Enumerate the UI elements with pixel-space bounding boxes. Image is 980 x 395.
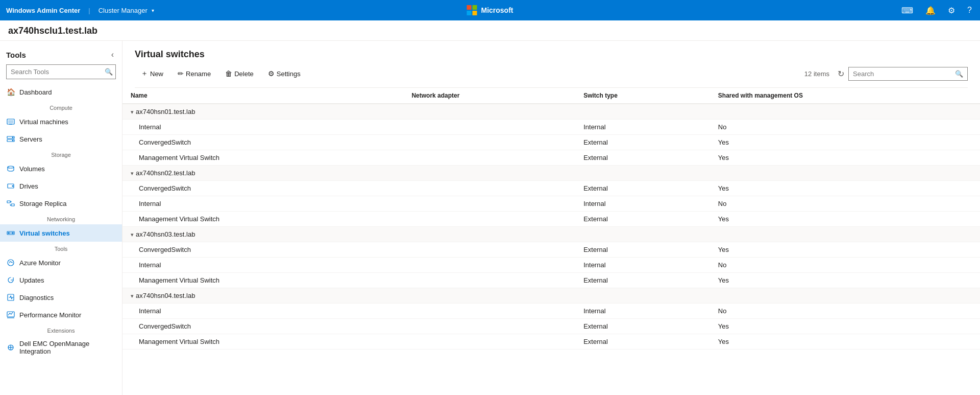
shared-management-os: Yes xyxy=(710,334,980,350)
help-icon: ? xyxy=(967,6,972,15)
switch-name: Management Virtual Switch xyxy=(122,273,403,288)
table-row[interactable]: Management Virtual SwitchExternalYes xyxy=(122,273,980,288)
network-adapter xyxy=(403,258,575,273)
switch-name: Internal xyxy=(122,258,403,273)
refresh-button[interactable]: ↻ xyxy=(836,67,846,81)
table-group-row[interactable]: ▾ax740hsn04.test.lab xyxy=(122,288,980,304)
svg-point-7 xyxy=(8,166,14,168)
sidebar-item-azure-monitor[interactable]: Azure Monitor xyxy=(0,254,122,271)
col-name[interactable]: Name xyxy=(122,88,403,104)
tools-section-label: Tools xyxy=(0,242,122,254)
switch-type: External xyxy=(575,242,710,258)
search-box[interactable]: 🔍 xyxy=(848,67,968,81)
sidebar-item-performance-monitor[interactable]: Performance Monitor xyxy=(0,306,122,323)
delete-icon: 🗑 xyxy=(225,69,232,78)
chevron-down-icon: ▾ xyxy=(131,231,134,238)
switch-type: Internal xyxy=(575,258,710,273)
new-button[interactable]: ＋ New xyxy=(135,66,169,81)
rename-button[interactable]: ✏ Rename xyxy=(172,66,217,81)
item-count: 12 items xyxy=(804,70,829,78)
sidebar-item-label: Performance Monitor xyxy=(19,311,81,319)
sidebar-item-dell-emc[interactable]: Dell EMC OpenManage Integration xyxy=(0,336,122,359)
virtual-machines-icon xyxy=(6,117,15,126)
content-header: Virtual switches ＋ New ✏ Rename 🗑 Delete xyxy=(122,41,980,88)
table-row[interactable]: Management Virtual SwitchExternalYes xyxy=(122,334,980,350)
notifications-button[interactable]: 🔔 xyxy=(923,4,938,17)
virtual-switches-table: Name Network adapter Switch type Shared … xyxy=(122,88,980,350)
svg-point-5 xyxy=(12,137,13,138)
sidebar-item-diagnostics[interactable]: Diagnostics xyxy=(0,289,122,306)
switch-name: Internal xyxy=(122,120,403,135)
sidebar-item-volumes[interactable]: Volumes xyxy=(0,160,122,177)
settings-button[interactable]: ⚙ xyxy=(946,4,957,17)
switch-name: Management Virtual Switch xyxy=(122,334,403,350)
switch-name: ConvergedSwitch xyxy=(122,181,403,196)
settings-icon: ⚙ xyxy=(268,69,275,78)
table-row[interactable]: Management Virtual SwitchExternalYes xyxy=(122,150,980,166)
network-adapter xyxy=(403,273,575,288)
shared-management-os: No xyxy=(710,258,980,273)
gear-icon: ⚙ xyxy=(948,6,955,15)
refresh-icon: ↻ xyxy=(838,69,844,78)
sidebar-item-label: Diagnostics xyxy=(19,294,54,301)
sidebar-item-drives[interactable]: Drives xyxy=(0,177,122,195)
app-title: Windows Admin Center xyxy=(6,7,80,14)
content-area: Virtual switches ＋ New ✏ Rename 🗑 Delete xyxy=(122,41,980,395)
table-row[interactable]: InternalInternalNo xyxy=(122,258,980,273)
ms-logo-grid xyxy=(467,5,477,15)
svg-point-13 xyxy=(8,233,9,234)
table-group-row[interactable]: ▾ax740hsn02.test.lab xyxy=(122,166,980,181)
switch-name: Management Virtual Switch xyxy=(122,150,403,166)
topbar-left: Windows Admin Center | Cluster Manager ▾ xyxy=(6,7,899,14)
svg-point-14 xyxy=(12,233,13,234)
chevron-down-icon: ▾ xyxy=(131,109,134,115)
sidebar-item-updates[interactable]: Updates xyxy=(0,271,122,289)
sidebar-item-virtual-switches[interactable]: Virtual switches xyxy=(0,224,122,242)
settings-toolbar-button[interactable]: ⚙ Settings xyxy=(262,66,307,81)
dashboard-icon: 🏠 xyxy=(6,87,15,97)
switch-name: ConvergedSwitch xyxy=(122,319,403,334)
search-tools-input[interactable] xyxy=(7,65,101,79)
table-row[interactable]: ConvergedSwitchExternalYes xyxy=(122,181,980,196)
cluster-manager-label[interactable]: Cluster Manager ▾ xyxy=(99,7,154,14)
table-row[interactable]: InternalInternalNo xyxy=(122,304,980,319)
sidebar-item-dashboard[interactable]: 🏠 Dashboard xyxy=(0,83,122,101)
search-input[interactable] xyxy=(849,67,951,80)
help-button[interactable]: ? xyxy=(965,4,974,17)
rename-icon: ✏ xyxy=(178,69,184,78)
sidebar-item-virtual-machines[interactable]: Virtual machines xyxy=(0,113,122,130)
network-adapter xyxy=(403,196,575,212)
app-container: ax740hsclu1.test.lab Tools ‹ 🔍 🏠 Dashboa… xyxy=(0,0,980,395)
toolbar: ＋ New ✏ Rename 🗑 Delete ⚙ Settings xyxy=(135,66,968,88)
sidebar-item-storage-replica[interactable]: Storage Replica xyxy=(0,195,122,212)
table-row[interactable]: ConvergedSwitchExternalYes xyxy=(122,242,980,258)
sidebar-item-label: Dashboard xyxy=(19,88,52,96)
switch-type: External xyxy=(575,212,710,227)
switch-type: External xyxy=(575,319,710,334)
topbar-separator: | xyxy=(88,7,90,14)
delete-button[interactable]: 🗑 Delete xyxy=(219,66,260,81)
switch-name: ConvergedSwitch xyxy=(122,242,403,258)
sidebar-collapse-button[interactable]: ‹ xyxy=(109,49,116,60)
table-row[interactable]: InternalInternalNo xyxy=(122,196,980,212)
table-row[interactable]: InternalInternalNo xyxy=(122,120,980,135)
col-switch-type[interactable]: Switch type xyxy=(575,88,710,104)
table-group-row[interactable]: ▾ax740hsn01.test.lab xyxy=(122,104,980,120)
terminal-button[interactable]: ⌨ xyxy=(899,4,915,17)
main-area: Tools ‹ 🔍 🏠 Dashboard Compute Virtual ma… xyxy=(0,41,980,395)
col-network-adapter[interactable]: Network adapter xyxy=(403,88,575,104)
sidebar-item-servers[interactable]: Servers xyxy=(0,130,122,148)
sidebar-item-label: Virtual switches xyxy=(19,229,70,237)
table-row[interactable]: ConvergedSwitchExternalYes xyxy=(122,135,980,150)
table-body: ▾ax740hsn01.test.labInternalInternalNoCo… xyxy=(122,104,980,350)
col-shared[interactable]: Shared with management OS xyxy=(710,88,980,104)
table-row[interactable]: ConvergedSwitchExternalYes xyxy=(122,319,980,334)
topbar-actions: ⌨ 🔔 ⚙ ? xyxy=(899,4,974,17)
sidebar-item-label: Dell EMC OpenManage Integration xyxy=(19,340,116,355)
network-adapter xyxy=(403,135,575,150)
table-group-row[interactable]: ▾ax740hsn03.test.lab xyxy=(122,227,980,242)
svg-rect-11 xyxy=(11,204,14,206)
network-adapter xyxy=(403,319,575,334)
table-row[interactable]: Management Virtual SwitchExternalYes xyxy=(122,212,980,227)
sidebar-search-box[interactable]: 🔍 xyxy=(6,64,116,79)
